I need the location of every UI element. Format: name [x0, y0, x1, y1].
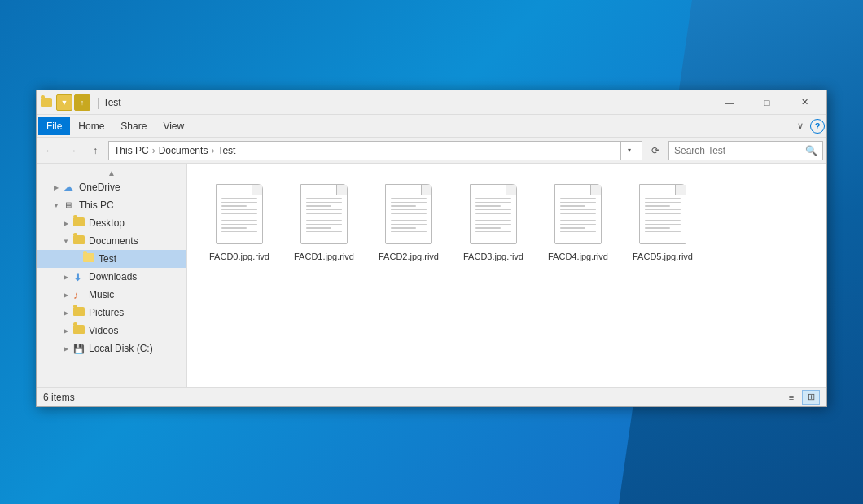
- sidebar-item-desktop[interactable]: ▶ Desktop: [37, 214, 186, 232]
- test-folder-icon: [83, 253, 96, 265]
- toggle-downloads[interactable]: ▶: [61, 272, 71, 282]
- downloads-folder-icon: ⬇: [73, 271, 86, 283]
- address-bar: ← → ↑ This PC › Documents › Test ▾ ⟳ 🔍: [37, 138, 826, 164]
- file-item-1[interactable]: FACD1.jpg.rivd: [285, 177, 363, 268]
- sidebar-label-test: Test: [99, 253, 116, 265]
- sidebar-item-this-pc[interactable]: ▼ 🖥 This PC: [37, 196, 186, 214]
- documents-folder-icon: [73, 235, 86, 247]
- file-item-2[interactable]: FACD2.jpg.rivd: [370, 177, 448, 268]
- path-part-thispc[interactable]: This PC: [114, 145, 149, 156]
- help-button[interactable]: ?: [810, 119, 825, 134]
- title-bar: ▼ ↑ | Test — □ ✕: [37, 90, 826, 115]
- explorer-window: ▼ ↑ | Test — □ ✕ File Home Share View ∨ …: [36, 90, 827, 407]
- forward-button[interactable]: →: [63, 141, 82, 160]
- search-input[interactable]: [674, 145, 805, 156]
- local-disk-icon: 💾: [73, 343, 86, 354]
- window-controls: — □ ✕: [711, 90, 823, 115]
- file-thumb-2: [381, 182, 436, 248]
- file-item-4[interactable]: FACD4.jpg.rivd: [539, 177, 617, 268]
- menu-bar: File Home Share View ∨ ?: [37, 115, 826, 138]
- path-part-documents[interactable]: Documents: [159, 145, 208, 156]
- close-button[interactable]: ✕: [786, 90, 823, 115]
- file-name-5: FACD5.jpg.rivd: [633, 251, 693, 262]
- sidebar-item-music[interactable]: ▶ ♪ Music: [37, 286, 186, 304]
- menu-bar-right: ∨ ?: [797, 119, 825, 134]
- address-dropdown-btn[interactable]: ▾: [620, 141, 637, 160]
- toggle-documents[interactable]: ▼: [61, 236, 71, 246]
- file-page-icon-1: [300, 184, 348, 244]
- file-name-2: FACD2.jpg.rivd: [379, 251, 439, 262]
- file-thumb-3: [466, 182, 521, 248]
- menu-share[interactable]: Share: [112, 117, 155, 135]
- file-name-0: FACD0.jpg.rivd: [209, 251, 269, 262]
- file-item-5[interactable]: FACD5.jpg.rivd: [624, 177, 702, 268]
- content-area: ▲ ▶ ☁ OneDrive ▼ 🖥 This PC ▶: [37, 164, 826, 387]
- folder-icon: [41, 98, 52, 107]
- file-item-3[interactable]: FACD3.jpg.rivd: [454, 177, 532, 268]
- sidebar-label-local-disk: Local Disk (C:): [89, 343, 153, 354]
- file-area: FACD0.jpg.rivdFACD1.jpg.rivdFACD2.jpg.ri…: [187, 164, 826, 387]
- sidebar-item-pictures[interactable]: ▶ Pictures: [37, 304, 186, 322]
- sidebar-item-downloads[interactable]: ▶ ⬇ Downloads: [37, 268, 186, 286]
- sidebar-scroll-up[interactable]: ▲: [37, 167, 186, 178]
- sidebar-label-this-pc: This PC: [79, 199, 114, 211]
- file-thumb-4: [550, 182, 606, 248]
- file-page-lines-3: [475, 198, 511, 234]
- toggle-this-pc[interactable]: ▼: [51, 200, 61, 210]
- file-page-lines-0: [221, 198, 257, 234]
- quick-access-btn-2[interactable]: ↑: [74, 94, 90, 111]
- refresh-button[interactable]: ⟳: [646, 141, 665, 160]
- toggle-onedrive[interactable]: ▶: [51, 182, 61, 192]
- sidebar-label-music: Music: [89, 289, 114, 300]
- toggle-local-disk[interactable]: ▶: [61, 344, 71, 353]
- sidebar-item-onedrive[interactable]: ▶ ☁ OneDrive: [37, 178, 186, 196]
- pictures-folder-icon: [73, 307, 86, 318]
- back-button[interactable]: ←: [40, 141, 59, 160]
- videos-folder-icon: [73, 325, 86, 336]
- toggle-videos[interactable]: ▶: [61, 326, 71, 335]
- maximize-button[interactable]: □: [748, 90, 786, 115]
- toggle-pictures[interactable]: ▶: [61, 308, 71, 318]
- file-item-0[interactable]: FACD0.jpg.rivd: [200, 177, 278, 268]
- file-page-icon-5: [639, 184, 686, 244]
- sidebar: ▲ ▶ ☁ OneDrive ▼ 🖥 This PC ▶: [37, 164, 187, 387]
- file-name-3: FACD3.jpg.rivd: [463, 251, 523, 262]
- sidebar-item-local-disk[interactable]: ▶ 💾 Local Disk (C:): [37, 340, 186, 357]
- file-page-lines-1: [306, 198, 342, 234]
- menu-file[interactable]: File: [38, 117, 70, 135]
- search-box[interactable]: 🔍: [668, 141, 823, 160]
- sidebar-label-documents: Documents: [89, 235, 138, 247]
- file-page-icon-0: [216, 184, 263, 244]
- onedrive-icon: ☁: [64, 182, 77, 193]
- path-part-test[interactable]: Test: [217, 145, 235, 156]
- sidebar-item-documents[interactable]: ▼ Documents: [37, 232, 186, 250]
- minimize-button[interactable]: —: [711, 90, 748, 115]
- search-icon[interactable]: 🔍: [805, 145, 817, 156]
- file-page-lines-4: [560, 198, 596, 234]
- sidebar-label-desktop: Desktop: [89, 217, 125, 229]
- address-path[interactable]: This PC › Documents › Test ▾: [108, 141, 642, 160]
- toggle-desktop[interactable]: ▶: [61, 218, 71, 228]
- toggle-music[interactable]: ▶: [61, 290, 71, 300]
- file-thumb-1: [296, 182, 352, 248]
- path-sep-2: ›: [211, 145, 214, 156]
- file-name-1: FACD1.jpg.rivd: [294, 251, 354, 262]
- up-button[interactable]: ↑: [85, 141, 105, 160]
- sidebar-item-test[interactable]: Test: [37, 250, 186, 268]
- ribbon-collapse-btn[interactable]: ∨: [797, 121, 804, 131]
- quick-access-btn-1[interactable]: ▼: [56, 94, 72, 111]
- sidebar-label-pictures: Pictures: [89, 307, 124, 318]
- menu-home[interactable]: Home: [70, 117, 112, 135]
- music-icon: ♪: [73, 289, 86, 300]
- sidebar-label-videos: Videos: [89, 325, 118, 336]
- menu-view[interactable]: View: [155, 117, 192, 135]
- view-list-btn[interactable]: ≡: [782, 390, 800, 405]
- quick-access-toolbar: ▼ ↑: [56, 94, 90, 111]
- file-thumb-0: [212, 182, 267, 248]
- sidebar-item-videos[interactable]: ▶ Videos: [37, 322, 186, 340]
- status-bar: 6 items ≡ ⊞: [37, 387, 826, 406]
- window-title: Test: [103, 97, 711, 108]
- sidebar-label-downloads: Downloads: [89, 271, 137, 283]
- view-grid-btn[interactable]: ⊞: [802, 390, 820, 405]
- file-page-icon-3: [470, 184, 517, 244]
